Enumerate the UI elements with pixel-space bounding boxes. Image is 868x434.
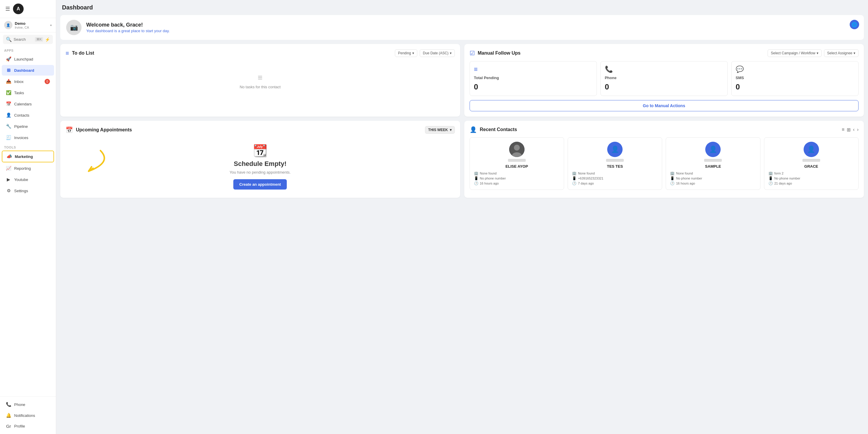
mf-phone-label: Phone [605,75,723,80]
contact-avatar-elise [509,142,525,157]
sidebar-item-launchpad[interactable]: 🚀 Launchpad [2,54,54,64]
contacts-next-icon[interactable]: › [857,127,859,132]
contact-card-tes[interactable]: 👤 TES TES 🏢 None found 📱 +6391652323321 [568,137,662,190]
grid-view-icon[interactable]: ⊞ [847,127,850,132]
schedule-empty-title: Schedule Empty! [234,160,286,168]
hamburger-icon[interactable]: ☰ [5,6,10,12]
sidebar-item-notifications-label: Notifications [14,413,35,418]
sidebar-bottom: 📞 Phone 🔔 Notifications Gr Profile [0,396,56,434]
campaign-filter[interactable]: Select Campaign / Workflow ▾ [768,49,822,57]
contact-name-blur-sample [704,159,722,162]
elise-pipeline: None found [480,172,497,175]
marketing-icon: 📣 [6,154,12,159]
mf-sms: 💬 SMS 0 [731,61,859,96]
contact-card-grace[interactable]: 👤 GRACE 🏢 form 2 📱 No phone number [764,137,859,190]
sidebar-item-dashboard[interactable]: ⊞ Dashboard [2,65,54,75]
assignee-filter[interactable]: Select Assignee ▾ [824,49,859,57]
contact-info-tes: 🏢 None found 📱 +6391652323321 🕐 7 days a… [572,170,658,185]
sidebar-item-marketing[interactable]: 📣 Marketing [2,151,54,162]
sidebar-item-phone[interactable]: 📞 Phone [2,399,54,410]
mf-sms-value: 0 [736,82,854,92]
svg-point-1 [514,145,520,151]
sidebar-item-notifications[interactable]: 🔔 Notifications [2,410,54,421]
account-switcher[interactable]: 👤 Demo Irvine, CA ▾ [0,18,56,32]
search-icon: 🔍 [6,37,12,42]
tools-section-label: Tools [0,143,56,150]
mf-stats-grid: ≡ Total Pending 0 📞 Phone 0 💬 SMS 0 [470,61,859,96]
create-appointment-button[interactable]: Create an appointment [233,179,287,190]
dashboard-icon: ⊞ [6,68,11,73]
go-to-manual-actions-button[interactable]: Go to Manual Actions [470,100,859,111]
profile-icon: Gr [6,424,11,429]
sample-phone: No phone number [676,177,702,180]
contact-card-sample[interactable]: 👤 SAMPLE 🏢 None found 📱 No phone number [666,137,760,190]
elise-phone: No phone number [480,177,506,180]
launchpad-icon: 🚀 [6,56,11,62]
search-label: Search [13,37,33,42]
week-filter-chevron-icon: ▾ [450,128,452,132]
account-chevron-icon: ▾ [50,24,52,27]
mf-sms-label: SMS [736,75,854,80]
contact-name-tes: TES TES [607,164,623,168]
notifications-icon: 🔔 [6,413,11,418]
account-name: Demo [15,21,48,26]
contact-name-elise: ELISE AYOP [506,164,528,168]
pipeline-icon: 🔧 [6,124,11,129]
inbox-badge: 0 [44,79,50,84]
pending-chevron-icon: ▾ [412,51,414,55]
sidebar-item-contacts[interactable]: 👤 Contacts [2,110,54,120]
grace-phone: No phone number [774,177,800,180]
contact-name-blur-grace [802,159,820,162]
reporting-icon: 📈 [6,166,11,171]
mf-phone: 📞 Phone 0 [600,61,728,96]
sidebar-item-pipeline[interactable]: 🔧 Pipeline [2,121,54,132]
due-date-chevron-icon: ▾ [450,51,452,55]
contacts-prev-icon[interactable]: ‹ [853,127,855,132]
sidebar-item-marketing-label: Marketing [15,154,33,159]
tes-pipeline: None found [578,172,595,175]
week-filter[interactable]: THIS WEEK ▾ [425,126,455,134]
sidebar-item-tasks[interactable]: ✅ Tasks [2,87,54,98]
phone-icon: 📞 [6,402,11,407]
appointments-title: Upcoming Appointments [76,127,422,132]
contact-info-elise: 🏢 None found 📱 No phone number 🕐 16 hour… [474,170,560,185]
grace-pipeline: form 2 [774,172,783,175]
search-bar[interactable]: 🔍 Search ⌘K ⚡ [3,35,53,44]
pipeline-info-icon-grace: 🏢 [769,171,773,175]
todo-title: To do List [72,51,392,56]
sample-pipeline: None found [676,172,693,175]
mf-total-label: Total Pending [474,75,592,80]
contacts-card-icon: 👤 [470,126,477,133]
upcoming-appointments-card: 📅 Upcoming Appointments THIS WEEK ▾ 📆 Sc… [60,121,460,198]
elise-time: 16 hours ago [480,182,499,185]
tasks-icon: ✅ [6,90,11,95]
phone-info-icon-tes: 📱 [572,176,577,180]
list-view-icon[interactable]: ≡ [842,127,844,132]
sidebar-item-settings[interactable]: ⚙ Settings [2,185,54,196]
pending-filter[interactable]: Pending ▾ [395,49,417,57]
sidebar-item-profile-label: Profile [14,424,25,428]
grace-time: 21 days ago [774,182,792,185]
contact-card-elise[interactable]: ELISE AYOP 🏢 None found 📱 No phone numbe… [470,137,564,190]
globe-icon[interactable]: 🌐 [850,20,859,29]
todo-icon: ≡ [66,50,69,57]
mf-total-value: 0 [474,82,592,92]
lightning-icon: ⚡ [45,37,50,42]
sidebar-item-inbox[interactable]: 📥 Inbox 0 [2,76,54,87]
sidebar-item-reporting[interactable]: 📈 Reporting [2,163,54,174]
contact-avatar-grace: 👤 [804,142,819,157]
youtube-icon: ▶ [6,177,11,182]
sidebar-item-youtube[interactable]: ▶ Youtube [2,174,54,185]
sidebar-item-settings-label: Settings [14,189,28,193]
due-date-filter[interactable]: Due Date (ASC) ▾ [420,49,455,57]
contact-avatar-tes: 👤 [607,142,623,157]
mf-list-icon: ≡ [474,66,592,73]
inbox-icon: 📥 [6,79,11,84]
sidebar-item-profile[interactable]: Gr Profile [2,421,54,431]
sidebar-item-calendars-label: Calendars [14,102,32,106]
sidebar-item-invoices[interactable]: 🧾 Invoices [2,132,54,143]
mf-phone-icon: 📞 [605,66,723,73]
sidebar-item-calendars[interactable]: 📅 Calendars [2,99,54,109]
mf-phone-value: 0 [605,82,723,92]
contact-info-sample: 🏢 None found 📱 No phone number 🕐 16 hour… [670,170,756,185]
